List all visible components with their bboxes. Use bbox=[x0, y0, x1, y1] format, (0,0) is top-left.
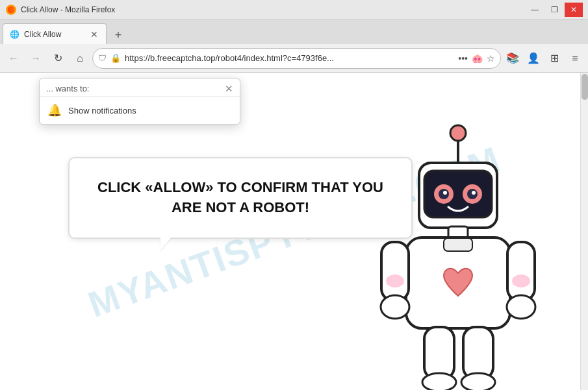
robot-svg bbox=[348, 117, 569, 390]
scrollbar-thumb[interactable] bbox=[582, 74, 588, 100]
svg-point-22 bbox=[461, 373, 495, 390]
popup-close-button[interactable]: ✕ bbox=[225, 84, 233, 93]
svg-point-23 bbox=[386, 274, 404, 287]
firefox-icon bbox=[5, 4, 17, 16]
reload-button[interactable]: ↻ bbox=[48, 49, 68, 68]
svg-rect-20 bbox=[463, 327, 493, 379]
popup-body: 🔔 Show notifications bbox=[40, 97, 240, 124]
captcha-instruction-text: CLICK «ALLOW» TO CONFIRM THAT YOU ARE NO… bbox=[97, 179, 383, 215]
page-content: MYANTISPYWARE.COM ... wants to: ✕ 🔔 Show… bbox=[0, 73, 588, 390]
scrollbar[interactable] bbox=[580, 73, 588, 390]
library-button[interactable]: 📚 bbox=[504, 49, 522, 67]
maximize-button[interactable]: ❐ bbox=[545, 3, 563, 17]
close-button[interactable]: ✕ bbox=[565, 3, 583, 17]
svg-rect-19 bbox=[424, 327, 454, 379]
robot-illustration bbox=[348, 117, 569, 390]
tab-favicon-icon: 🌐 bbox=[10, 30, 19, 39]
svg-point-10 bbox=[443, 191, 447, 195]
home-button[interactable]: ⌂ bbox=[70, 49, 90, 68]
toolbar: ← → ↻ ⌂ 🛡 🔒 ••• 🐽 ☆ 📚 👤 ⊞ ≡ bbox=[0, 44, 588, 73]
bell-icon: 🔔 bbox=[47, 103, 62, 117]
svg-rect-15 bbox=[381, 242, 409, 300]
shield-icon: 🛡 bbox=[98, 53, 107, 63]
notification-popup: ... wants to: ✕ 🔔 Show notifications bbox=[39, 78, 240, 125]
popup-header: ... wants to: ✕ bbox=[40, 79, 240, 97]
sync-button[interactable]: 👤 bbox=[524, 49, 543, 67]
titlebar-controls: — ❐ ✕ bbox=[526, 3, 583, 17]
address-bar[interactable]: 🛡 🔒 ••• 🐽 ☆ bbox=[92, 48, 501, 69]
bookmark-icon[interactable]: ☆ bbox=[487, 53, 495, 64]
svg-point-21 bbox=[422, 373, 456, 390]
extensions-button[interactable]: ⊞ bbox=[545, 49, 563, 67]
back-button[interactable]: ← bbox=[4, 49, 23, 68]
more-options-icon[interactable]: ••• bbox=[458, 53, 468, 64]
tab-title: Click Allow bbox=[24, 30, 84, 39]
lock-icon: 🔒 bbox=[110, 53, 121, 63]
svg-rect-17 bbox=[507, 242, 535, 300]
popup-wants-to-text: ... wants to: bbox=[46, 84, 89, 93]
toolbar-right: 📚 👤 ⊞ ≡ bbox=[504, 49, 584, 67]
tab-close-button[interactable]: ✕ bbox=[89, 29, 99, 40]
svg-point-18 bbox=[507, 295, 535, 319]
svg-point-16 bbox=[381, 295, 409, 319]
svg-rect-14 bbox=[444, 238, 472, 251]
titlebar: Click Allow - Mozilla Firefox — ❐ ✕ bbox=[0, 0, 588, 19]
forward-button[interactable]: → bbox=[26, 49, 45, 68]
tabbar: 🌐 Click Allow ✕ + bbox=[0, 19, 588, 44]
menu-button[interactable]: ≡ bbox=[566, 49, 584, 67]
minimize-button[interactable]: — bbox=[526, 3, 544, 17]
active-tab[interactable]: 🌐 Click Allow ✕ bbox=[3, 23, 107, 44]
address-input[interactable] bbox=[125, 53, 454, 63]
svg-point-24 bbox=[512, 274, 530, 287]
svg-point-3 bbox=[450, 125, 466, 141]
svg-point-11 bbox=[472, 191, 476, 195]
show-notifications-text: Show notifications bbox=[68, 106, 136, 116]
new-tab-button[interactable]: + bbox=[109, 26, 127, 44]
pocket-icon[interactable]: 🐽 bbox=[472, 53, 483, 64]
titlebar-left: Click Allow - Mozilla Firefox bbox=[5, 4, 115, 16]
titlebar-title: Click Allow - Mozilla Firefox bbox=[21, 5, 115, 14]
